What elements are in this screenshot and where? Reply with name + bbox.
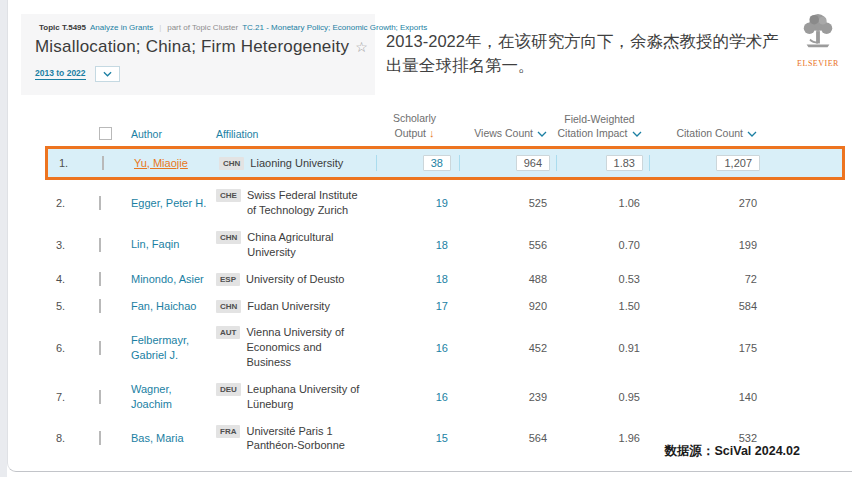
date-range-link[interactable]: 2013 to 2022 <box>35 68 86 80</box>
views-count-value: 564 <box>529 432 547 444</box>
table-row: 6. Felbermayr, Gabriel J. AUT Vienna Uni… <box>49 320 839 375</box>
author-link[interactable]: Egger, Peter H. <box>131 196 216 211</box>
affiliation-text: Vienna University of Economics and Busin… <box>246 325 363 370</box>
table-row: 2. Egger, Peter H. CHE Swiss Federal Ins… <box>49 183 839 223</box>
chevron-down-icon <box>747 127 757 141</box>
fwci-value: 0.95 <box>619 391 640 403</box>
country-badge: CHE <box>216 189 241 202</box>
scholarly-output-value[interactable]: 16 <box>436 342 448 354</box>
author-link[interactable]: Wagner, Joachim <box>131 382 216 412</box>
citation-count-cell: 584 <box>646 300 763 312</box>
column-header-scholarly-output[interactable]: Scholarly Output↓ <box>373 112 456 140</box>
affiliation-text: University of Deusto <box>246 272 344 287</box>
scholarly-output-value[interactable]: 16 <box>436 391 448 403</box>
chevron-down-icon <box>537 127 547 141</box>
scholarly-output-value[interactable]: 19 <box>436 197 448 209</box>
topic-meta-line: Topic T.5495 Analyze in Grants | part of… <box>35 23 363 32</box>
scholarly-output-cell: 18 <box>373 239 456 251</box>
views-count-value: 556 <box>529 239 547 251</box>
views-count-value: 920 <box>529 300 547 312</box>
row-checkbox[interactable] <box>99 272 101 286</box>
favorite-star-icon[interactable]: ☆ <box>355 39 368 55</box>
scholarly-output-value[interactable]: 15 <box>436 432 448 444</box>
fwci-value: 0.53 <box>619 273 640 285</box>
row-checkbox[interactable] <box>99 238 101 252</box>
rank-cell: 6. <box>49 342 81 354</box>
affiliation-text: Liaoning University <box>250 156 343 171</box>
fwci-cell: 0.53 <box>553 273 646 285</box>
row-checkbox[interactable] <box>99 341 101 355</box>
country-badge: AUT <box>216 326 240 339</box>
sort-descending-icon: ↓ <box>429 127 435 139</box>
table-row: 7. Wagner, Joachim DEU Leuphana Universi… <box>49 377 839 417</box>
scholarly-output-cell: 16 <box>373 342 456 354</box>
topic-id-label: Topic T.5495 <box>39 23 86 32</box>
table-row: 3. Lin, Faqin CHN China Agricultural Uni… <box>49 225 839 265</box>
country-badge: CHN <box>216 300 241 313</box>
row-checkbox[interactable] <box>99 390 101 404</box>
elsevier-wordmark: ELSEVIER <box>790 59 846 68</box>
column-header-fwci[interactable]: Field-Weighted Citation Impact <box>553 113 646 140</box>
select-all-checkbox[interactable] <box>99 127 112 140</box>
citation-count-cell: 270 <box>646 197 763 209</box>
views-count-cell: 488 <box>456 273 553 285</box>
analyze-in-grants-link[interactable]: Analyze in Grants <box>90 23 153 32</box>
fwci-cell: 0.91 <box>553 342 646 354</box>
data-source-label: 数据源：SciVal 2024.02 <box>665 443 801 460</box>
views-count-value: 525 <box>529 197 547 209</box>
divider: | <box>157 23 163 32</box>
rank-cell: 2. <box>49 197 81 209</box>
scholarly-output-cell: 38 <box>376 155 459 171</box>
scholarly-output-cell: 17 <box>373 300 456 312</box>
fwci-cell: 0.95 <box>553 391 646 403</box>
scholarly-output-value[interactable]: 18 <box>436 239 448 251</box>
affiliation-text: Fudan University <box>247 299 330 314</box>
page-margin-strip <box>0 0 7 477</box>
table-body: 1. Yu, Miaojie CHN Liaoning University 3… <box>49 146 839 458</box>
country-badge: ESP <box>216 273 240 286</box>
citation-count-value: 270 <box>739 197 757 209</box>
fwci-value: 1.83 <box>606 155 643 171</box>
author-link[interactable]: Minondo, Asier <box>131 272 216 287</box>
slide-canvas: Topic T.5495 Analyze in Grants | part of… <box>7 0 852 472</box>
scholarly-output-value[interactable]: 17 <box>436 300 448 312</box>
row-checkbox[interactable] <box>99 299 101 313</box>
column-header-affiliation[interactable]: Affiliation <box>216 128 258 140</box>
views-count-cell: 920 <box>456 300 553 312</box>
row-checkbox[interactable] <box>99 431 101 445</box>
author-link[interactable]: Fan, Haichao <box>131 299 216 314</box>
views-count-cell: 556 <box>456 239 553 251</box>
column-header-views-count[interactable]: Views Count <box>456 127 553 141</box>
fwci-cell: 1.50 <box>553 300 646 312</box>
scholarly-output-value[interactable]: 18 <box>436 273 448 285</box>
row-checkbox[interactable] <box>99 196 101 210</box>
column-header-author[interactable]: Author <box>131 128 162 140</box>
rank-cell: 3. <box>49 239 81 251</box>
citation-count-cell: 199 <box>646 239 763 251</box>
author-link[interactable]: Felbermayr, Gabriel J. <box>131 333 216 363</box>
affiliation-text: Université Paris 1 Panthéon-Sorbonne <box>246 424 363 454</box>
citation-count-cell: 1,207 <box>649 155 766 171</box>
row-checkbox[interactable] <box>102 156 104 170</box>
scholarly-output-cell: 15 <box>373 432 456 444</box>
author-link[interactable]: Bas, Maria <box>131 431 216 446</box>
date-range-dropdown[interactable] <box>95 66 120 82</box>
citation-count-value: 199 <box>739 239 757 251</box>
author-link[interactable]: Lin, Faqin <box>131 237 216 252</box>
fwci-cell: 1.96 <box>553 432 646 444</box>
views-count-cell: 564 <box>456 432 553 444</box>
fwci-value: 0.70 <box>619 239 640 251</box>
scholarly-output-value[interactable]: 38 <box>423 155 451 171</box>
column-header-citation-count[interactable]: Citation Count <box>646 127 763 141</box>
fwci-cell: 1.83 <box>556 155 649 171</box>
citation-count-cell: 140 <box>646 391 763 403</box>
table-row: 1. Yu, Miaojie CHN Liaoning University 3… <box>45 146 845 180</box>
views-count-cell: 452 <box>456 342 553 354</box>
citation-count-value: 175 <box>739 342 757 354</box>
citation-count-value: 72 <box>745 273 757 285</box>
fwci-cell: 0.70 <box>553 239 646 251</box>
views-count-cell: 525 <box>456 197 553 209</box>
chevron-down-icon <box>632 127 642 141</box>
author-ranking-table: Author Affiliation Scholarly Output↓ Vie… <box>49 112 839 460</box>
author-link[interactable]: Yu, Miaojie <box>134 156 219 171</box>
